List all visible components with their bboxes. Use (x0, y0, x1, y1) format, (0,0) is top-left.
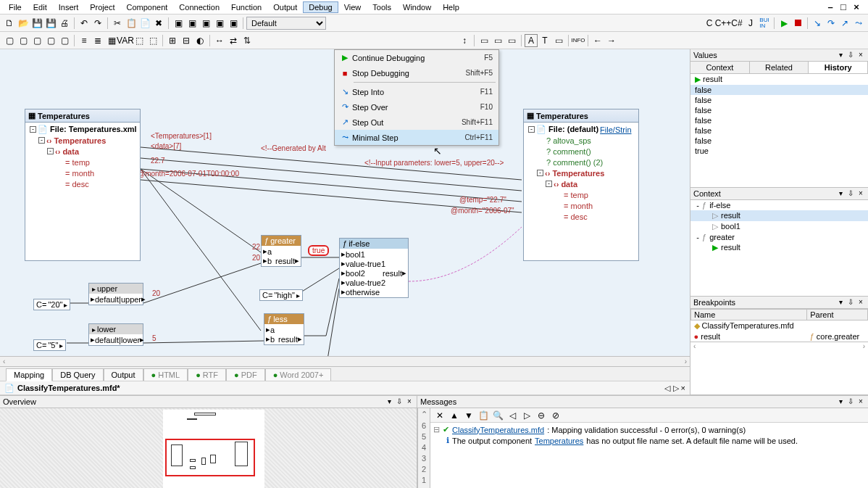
overview-minimap[interactable] (0, 408, 417, 488)
print-icon[interactable]: 🖨 (58, 17, 71, 30)
message-line[interactable]: ℹ The output component Temperatures has … (433, 435, 865, 446)
close-file-icon[interactable]: × (681, 384, 685, 392)
menu-file[interactable]: File (3, 1, 28, 13)
pin-icon[interactable]: ⇩ (395, 397, 404, 406)
menu-connection[interactable]: Connection (173, 1, 225, 13)
values-tab-history[interactable]: History (809, 62, 868, 73)
tool-icon[interactable]: 🔍 (491, 409, 504, 422)
menu-window[interactable]: Window (397, 1, 437, 13)
dropdown-icon[interactable]: ▾ (836, 298, 845, 307)
ruler-tick[interactable]: 4 (422, 443, 426, 452)
menu-component[interactable]: Component (120, 1, 173, 13)
tree-node[interactable]: ? comment() (527, 146, 635, 157)
tool-icon[interactable]: ↕ (458, 34, 471, 47)
values-tab-context[interactable]: Context (690, 62, 750, 73)
tool-icon[interactable]: ▷ (520, 409, 533, 422)
redo-icon[interactable]: ↷ (91, 17, 104, 30)
value-row[interactable]: true (690, 146, 868, 156)
close-icon[interactable]: × (856, 397, 865, 406)
tool-icon[interactable]: ▣ (185, 17, 199, 30)
menu-item-step-over[interactable]: ↷Step OverF10 (335, 99, 498, 115)
tool-icon[interactable]: ▢ (3, 34, 16, 47)
close-icon[interactable]: × (405, 397, 414, 406)
tool-icon[interactable]: ▼ (462, 409, 475, 422)
tool-icon[interactable]: ▭ (552, 34, 565, 47)
tool-icon[interactable]: ⊖ (535, 409, 548, 422)
constant[interactable]: C="5" ▸ (33, 339, 66, 351)
tab-pdf[interactable]: ●PDF (226, 368, 265, 381)
function-less[interactable]: ƒless ▸a ▸bresult▸ (264, 313, 304, 345)
menu-debug[interactable]: Debug (303, 1, 338, 13)
tool-icon[interactable]: ⇄ (227, 34, 240, 47)
ruler-tick[interactable]: 5 (422, 432, 426, 441)
ruler-tick[interactable]: 1 (422, 476, 426, 484)
back-icon[interactable]: ← (591, 34, 604, 47)
tree-node[interactable]: = desc (527, 211, 635, 222)
tree-node[interactable]: = temp (28, 157, 137, 168)
fwd-icon[interactable]: → (605, 34, 618, 47)
pin-icon[interactable]: ⇩ (846, 51, 855, 59)
tool-icon[interactable]: VAR (119, 34, 132, 47)
context-row[interactable]: ▶result (690, 242, 868, 253)
tree-node[interactable]: = temp (527, 189, 635, 200)
constant[interactable]: C="20" ▸ (33, 299, 70, 310)
paste-icon[interactable]: 📄 (138, 17, 151, 30)
close-icon[interactable]: × (856, 189, 865, 198)
minimize-button[interactable]: – (825, 2, 836, 12)
ruler-tick[interactable]: 6 (422, 421, 426, 430)
menu-project[interactable]: Project (84, 1, 120, 13)
breakpoint-row[interactable]: ◆ ClassifyTemperatures.mfd (691, 320, 868, 331)
ruler-tick[interactable]: ⌃ (421, 410, 427, 419)
tool-icon[interactable]: ▣ (213, 17, 226, 30)
copy-icon[interactable]: 📋 (125, 17, 138, 30)
source-component[interactable]: ▦Temperatures - 📄 File: Temperatures.xml… (25, 109, 141, 261)
dropdown-icon[interactable]: ▾ (836, 189, 845, 198)
cut-icon[interactable]: ✂ (111, 17, 124, 30)
lang-cs-icon[interactable]: C# (730, 17, 743, 30)
tree-node[interactable]: ? comment() (2) (527, 157, 635, 168)
menu-item-minimal-step[interactable]: ⤳Minimal StepCtrl+F11 (335, 130, 498, 145)
stop-icon[interactable] (791, 17, 804, 30)
constant[interactable]: C="high" ▸ (259, 289, 303, 301)
tool-icon[interactable]: ◁ (506, 409, 519, 422)
lang-c-icon[interactable]: C (703, 17, 716, 30)
close-icon[interactable]: × (856, 298, 865, 307)
tool-icon[interactable]: ⊟ (180, 34, 193, 47)
menu-item-step-out[interactable]: ↗Step OutShift+F11 (335, 115, 498, 130)
tool-icon[interactable]: ↔ (213, 34, 226, 47)
tool-icon[interactable]: ◐ (193, 34, 206, 47)
pin-icon[interactable]: ⇩ (846, 298, 855, 307)
pin-icon[interactable]: ⇩ (846, 397, 855, 406)
context-row[interactable]: -ƒif-else (690, 200, 868, 210)
pin-icon[interactable]: ⇩ (846, 189, 855, 198)
lang-java-icon[interactable]: J (744, 17, 757, 30)
tree-node[interactable]: ? altova_sps (527, 135, 635, 146)
prev-file-icon[interactable]: ◁ (664, 384, 670, 393)
step-out-icon[interactable]: ↗ (838, 17, 851, 30)
menu-item-step-into[interactable]: ↘Step IntoF11 (335, 84, 498, 99)
menu-function[interactable]: Function (225, 1, 267, 13)
close-icon[interactable]: × (856, 51, 865, 59)
message-ruler[interactable]: ⌃654321⌄ (417, 408, 430, 488)
tool-icon[interactable]: ⇅ (241, 34, 254, 47)
input-lower[interactable]: ▸ lower ▸default | lower▸ (88, 323, 143, 346)
tab-word-2007+[interactable]: ●Word 2007+ (265, 368, 332, 381)
tree-node[interactable]: - ‹› data (28, 146, 137, 157)
menu-tools[interactable]: Tools (367, 1, 397, 13)
tool-icon[interactable]: ⊞ (166, 34, 179, 47)
mapping-canvas[interactable]: ▶Continue DebuggingF5■Stop DebuggingShif… (0, 49, 690, 356)
step-over-icon[interactable]: ↷ (825, 17, 838, 30)
input-upper[interactable]: ▸ upper ▸default | upper▸ (88, 283, 143, 305)
tool-icon[interactable]: T (538, 34, 551, 47)
tree-node[interactable]: - ‹› data (527, 178, 635, 189)
value-row[interactable]: false (690, 105, 868, 115)
tool-icon[interactable]: ▢ (17, 34, 30, 47)
tree-node[interactable]: - 📄 File: (default) File/Strin (527, 124, 635, 135)
menu-item-continue-debugging[interactable]: ▶Continue DebuggingF5 (335, 50, 498, 65)
tool-icon[interactable]: ▲ (448, 409, 461, 422)
tree-node[interactable]: - ‹› Temperatures (28, 135, 137, 146)
messages-list[interactable]: ⊟✔ ClassifyTemperatures.mfd: Mapping val… (430, 423, 868, 488)
tool-icon[interactable]: ≡ (78, 34, 91, 47)
next-file-icon[interactable]: ▷ (673, 384, 679, 393)
tool-icon[interactable]: ▣ (227, 17, 240, 30)
